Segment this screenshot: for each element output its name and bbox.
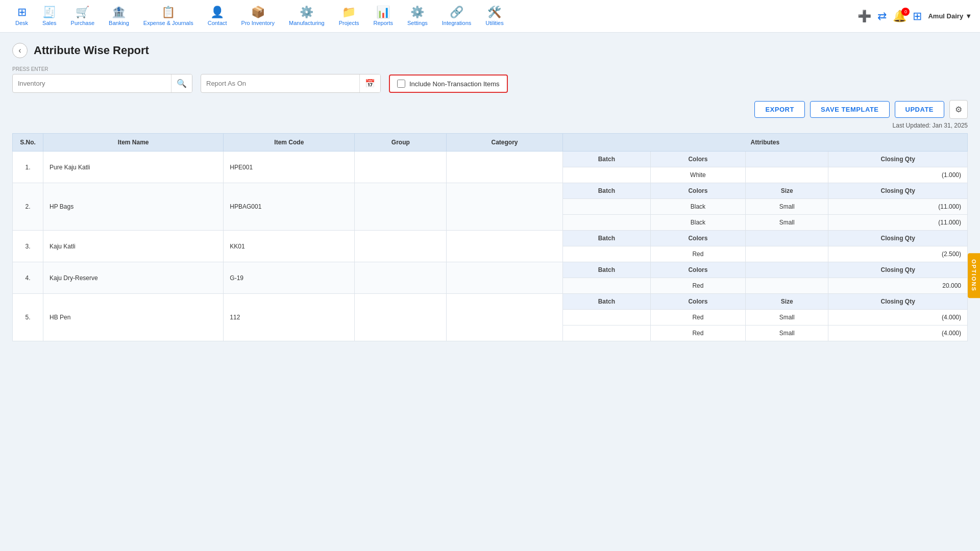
attr-header-cell: Closing Qty (828, 183, 968, 199)
nav-desk-label: Desk (15, 20, 28, 26)
nav-manufacturing[interactable]: ⚙️ Manufacturing (282, 0, 332, 33)
update-button[interactable]: UPDATE (895, 101, 944, 118)
attr-value-cell: Black (650, 199, 745, 215)
manufacturing-icon: ⚙️ (300, 6, 313, 19)
table-row-group (355, 262, 447, 294)
calendar-button[interactable]: 📅 (359, 74, 380, 92)
report-table: S.No. Item Name Item Code Group Category… (12, 133, 968, 341)
attr-header-cell (745, 152, 828, 167)
attr-header-cell: Batch (562, 183, 650, 199)
attr-value-cell (562, 278, 650, 294)
chevron-down-icon: ▼ (965, 12, 972, 20)
table-row-group (355, 152, 447, 183)
transfer-icon[interactable]: ⇄ (877, 10, 887, 23)
col-item-code: Item Code (224, 134, 355, 152)
inventory-input[interactable] (13, 76, 171, 91)
nav-sales[interactable]: 🧾 Sales (35, 0, 64, 33)
col-item-name: Item Name (43, 134, 224, 152)
attr-value-cell: White (650, 167, 745, 183)
attr-value-cell: Red (650, 325, 745, 341)
main-content: ‹ Attribute Wise Report PRESS ENTER 🔍 📅 … (0, 33, 980, 352)
back-button[interactable]: ‹ (12, 43, 28, 58)
utilities-icon: 🛠️ (487, 6, 501, 19)
nav-expense-label: Expense & Journals (143, 20, 193, 26)
attr-header-cell: Closing Qty (828, 152, 968, 167)
attr-header-cell (745, 262, 828, 278)
save-template-button[interactable]: SAVE TEMPLATE (810, 101, 890, 118)
page-header: ‹ Attribute Wise Report (12, 43, 968, 58)
nav-integrations-label: Integrations (442, 20, 471, 26)
table-row-item-name: HP Bags (43, 183, 224, 231)
table-row-category (447, 231, 562, 262)
purchase-icon: 🛒 (76, 6, 89, 19)
nav-pro-inventory[interactable]: 📦 Pro Inventory (234, 0, 282, 33)
attr-value-cell (562, 215, 650, 231)
nav-contact[interactable]: 👤 Contact (201, 0, 234, 33)
attr-header-cell: Colors (650, 183, 745, 199)
nav-integrations[interactable]: 🔗 Integrations (435, 0, 478, 33)
attr-closing-qty: (1.000) (828, 167, 968, 183)
report-as-on-input-wrap: 📅 (201, 74, 381, 93)
table-row-sno: 5. (13, 294, 43, 341)
nav-settings[interactable]: ⚙️ Settings (400, 0, 435, 33)
options-tab[interactable]: OPTIONS (968, 253, 980, 298)
attr-value-cell (562, 325, 650, 341)
attr-value-cell: Red (650, 246, 745, 262)
company-name[interactable]: Amul Dairy ▼ (928, 12, 972, 20)
table-row-sno: 1. (13, 152, 43, 183)
nav-settings-label: Settings (407, 20, 428, 26)
top-nav: ⊞ Desk 🧾 Sales 🛒 Purchase 🏦 Banking 📋 Ex… (0, 0, 980, 33)
nav-utilities[interactable]: 🛠️ Utilities (478, 0, 510, 33)
non-transaction-checkbox-group[interactable]: Include Non-Transaction Items (389, 74, 508, 93)
non-transaction-checkbox[interactable] (397, 80, 405, 88)
non-transaction-label[interactable]: Include Non-Transaction Items (409, 80, 500, 88)
col-group: Group (355, 134, 447, 152)
banking-icon: 🏦 (112, 6, 126, 19)
grid-icon[interactable]: ⊞ (913, 10, 922, 23)
settings-gear-button[interactable]: ⚙ (949, 100, 968, 119)
table-row-sno: 4. (13, 262, 43, 294)
nav-projects[interactable]: 📁 Projects (332, 0, 366, 33)
table-row-group (355, 183, 447, 231)
attr-header-cell: Colors (650, 152, 745, 167)
pro-inventory-icon: 📦 (251, 6, 265, 19)
nav-reports-label: Reports (374, 20, 394, 26)
attr-header-cell: Closing Qty (828, 231, 968, 246)
attr-value-cell: Small (745, 199, 828, 215)
attr-value-cell: Small (745, 215, 828, 231)
attr-closing-qty: 20.000 (828, 278, 968, 294)
table-row-item-name: Kaju Katli (43, 231, 224, 262)
last-updated: Last Updated: Jan 31, 2025 (12, 122, 968, 129)
attr-value-cell (562, 167, 650, 183)
nav-utilities-label: Utilities (485, 20, 503, 26)
attr-closing-qty: (4.000) (828, 310, 968, 325)
add-icon[interactable]: ➕ (857, 10, 871, 23)
nav-expense[interactable]: 📋 Expense & Journals (136, 0, 201, 33)
attr-closing-qty: (2.500) (828, 246, 968, 262)
expense-icon: 📋 (161, 6, 175, 19)
inventory-input-wrap: 🔍 (12, 74, 192, 93)
page-title: Attribute Wise Report (34, 44, 149, 57)
inventory-filter-group: PRESS ENTER 🔍 (12, 66, 192, 93)
attr-header-cell: Colors (650, 262, 745, 278)
nav-desk[interactable]: ⊞ Desk (8, 0, 35, 33)
export-button[interactable]: EXPORT (754, 101, 804, 118)
nav-purchase-label: Purchase (71, 20, 94, 26)
attr-value-cell (745, 278, 828, 294)
inventory-search-button[interactable]: 🔍 (171, 74, 192, 92)
attr-closing-qty: (11.000) (828, 199, 968, 215)
table-row-item-code: HPBAG001 (224, 183, 355, 231)
attr-value-cell: Red (650, 310, 745, 325)
nav-banking[interactable]: 🏦 Banking (102, 0, 136, 33)
nav-purchase[interactable]: 🛒 Purchase (64, 0, 102, 33)
nav-sales-label: Sales (42, 20, 57, 26)
table-row-item-name: Pure Kaju Katli (43, 152, 224, 183)
nav-reports[interactable]: 📊 Reports (366, 0, 401, 33)
attr-header-cell: Closing Qty (828, 294, 968, 310)
attr-value-cell: Red (650, 278, 745, 294)
nav-right: ➕ ⇄ 🔔 0 ⊞ Amul Dairy ▼ (857, 10, 972, 23)
notification-icon[interactable]: 🔔 0 (893, 10, 906, 23)
table-row-item-name: Kaju Dry-Reserve (43, 262, 224, 294)
report-as-on-input[interactable] (201, 76, 359, 91)
table-row-category (447, 262, 562, 294)
